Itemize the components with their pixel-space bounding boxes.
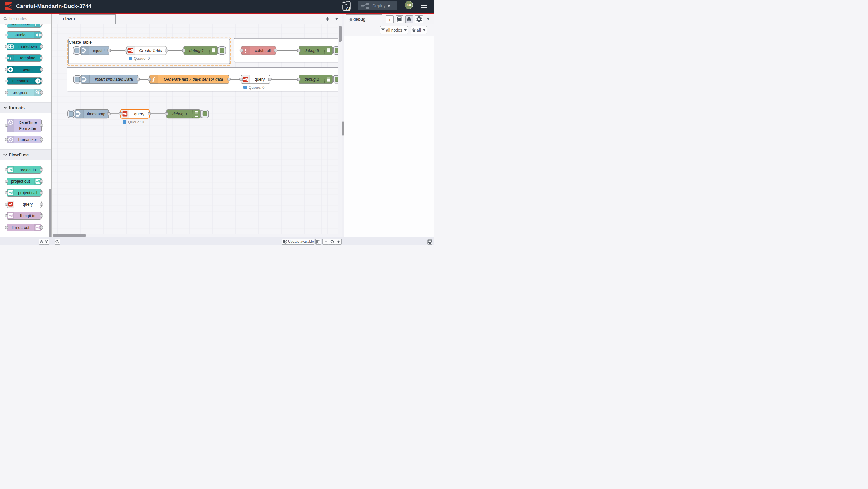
svg-text:Queue: 0: Queue: 0 [128, 120, 144, 124]
svg-text:Insert simulated Data: Insert simulated Data [95, 77, 133, 82]
svg-text:Queue: 0: Queue: 0 [249, 85, 265, 90]
svg-text:query: query [134, 112, 144, 116]
svg-text:query: query [255, 77, 265, 82]
svg-text:i: i [389, 17, 391, 22]
svg-text:AI: AI [346, 6, 350, 11]
svg-text:Create Table: Create Table [69, 40, 92, 45]
svg-text:debug 2: debug 2 [304, 77, 319, 82]
svg-text:debug 6: debug 6 [304, 48, 319, 53]
svg-text:inject 1: inject 1 [93, 48, 105, 53]
svg-text:!: ! [245, 47, 247, 54]
svg-text:debug 3: debug 3 [172, 112, 187, 116]
svg-text:timestamp: timestamp [87, 112, 105, 116]
svg-text:ƒ: ƒ [152, 76, 155, 83]
svg-text:Queue: 0: Queue: 0 [134, 56, 150, 61]
svg-text:Generate last 7 days sensor da: Generate last 7 days sensor data [164, 77, 223, 82]
svg-text:debug 1: debug 1 [189, 48, 204, 53]
svg-text:catch: all: catch: all [255, 48, 271, 53]
svg-text:Create Table: Create Table [139, 48, 162, 53]
